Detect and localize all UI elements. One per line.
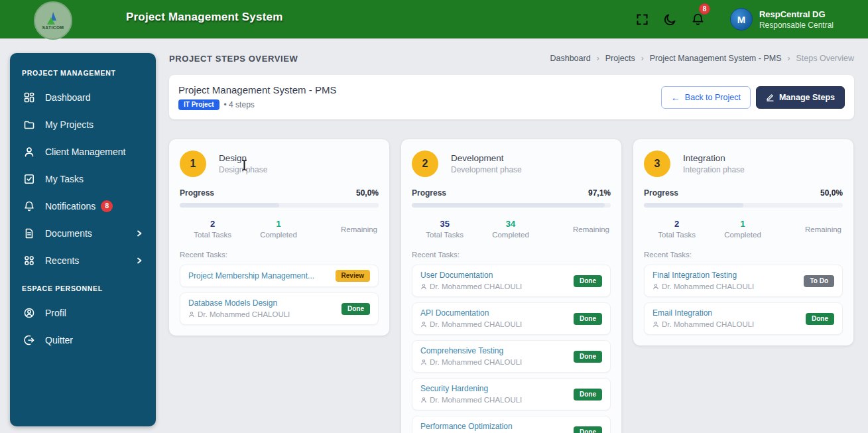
task-title: Project Membership Management... [188, 271, 314, 282]
sidebar-item-documents[interactable]: Documents [19, 219, 147, 247]
sidebar: PROJECT MANAGEMENT Dashboard My Projects… [10, 53, 156, 426]
progress-value: 50,0% [820, 188, 843, 198]
app-title: Project Management System [126, 11, 282, 24]
project-info: Project Management System - PMS IT Proje… [178, 84, 661, 110]
task-row[interactable]: Comprehensive Testing Dr. Mohammed CHALO… [412, 340, 611, 373]
sidebar-item-dashboard[interactable]: Dashboard [19, 84, 147, 111]
notification-count-badge: 8 [699, 3, 710, 15]
progress-bar-fill [412, 203, 605, 208]
task-row[interactable]: API Documentation Dr. Mohammed CHALOULI … [412, 302, 611, 335]
person-icon [420, 397, 427, 403]
status-badge: Done [574, 426, 602, 433]
back-to-project-label: Back to Project [685, 93, 741, 102]
task-list: Project Membership Management... Review … [180, 265, 379, 325]
manage-steps-label: Manage Steps [779, 93, 835, 102]
task-row[interactable]: Final Integration Testing Dr. Mohammed C… [644, 265, 843, 297]
task-row[interactable]: Database Models Design Dr. Mohammed CHAL… [180, 292, 379, 325]
status-badge: Done [574, 389, 602, 401]
sidebar-item-label: Recents [45, 255, 136, 266]
sidebar-item-label: My Tasks [45, 174, 143, 184]
step-card-integration: 3 Integration Integration phase Progress… [633, 139, 853, 345]
breadcrumb-project-pms[interactable]: Project Management System - PMS [650, 54, 782, 63]
fullscreen-button[interactable] [631, 7, 654, 31]
stat-completed: 34 Completed [477, 218, 543, 240]
task-list: Final Integration Testing Dr. Mohammed C… [644, 265, 843, 335]
sidebar-section-espace-personnel: ESPACE PERSONNEL [19, 274, 147, 299]
task-title: API Documentation [420, 308, 522, 319]
sidebar-item-my-tasks[interactable]: My Tasks [19, 165, 147, 192]
folder-icon [23, 119, 35, 131]
person-icon [652, 283, 659, 290]
person-icon [420, 321, 427, 328]
stat-remaining: Remaining [776, 224, 843, 235]
sidebar-item-label: Profil [45, 308, 143, 318]
user-menu[interactable]: M RespCentral DG Responsable Central [730, 8, 834, 31]
dark-mode-button[interactable] [658, 7, 682, 31]
progress-value: 97,1% [588, 188, 611, 198]
company-logo[interactable]: SATICOM [34, 1, 72, 40]
breadcrumb-separator-icon [787, 54, 790, 63]
moon-icon [663, 13, 677, 27]
breadcrumb-dashboard[interactable]: Dashboard [550, 54, 590, 63]
task-assignee: Dr. Mohammed CHALOULI [420, 395, 522, 405]
stat-total-tasks: 35 Total Tasks [412, 218, 477, 240]
notifications-button[interactable]: 8 [686, 7, 710, 31]
step-title: Integration [683, 153, 745, 164]
sidebar-item-profil[interactable]: Profil [19, 299, 147, 326]
recent-tasks-label: Recent Tasks: [412, 251, 611, 259]
status-badge: Done [806, 313, 834, 325]
fullscreen-icon [635, 13, 649, 27]
task-assignee: Dr. Mohammed CHALOULI [420, 281, 522, 292]
status-badge: Done [574, 313, 602, 325]
sidebar-item-label: Quitter [45, 335, 143, 345]
manage-steps-button[interactable]: Manage Steps [756, 86, 845, 109]
task-title: Email Integration [652, 308, 754, 319]
sidebar-item-recents[interactable]: Recents [19, 247, 147, 274]
project-header-card: Project Management System - PMS IT Proje… [169, 75, 854, 119]
task-row[interactable]: Project Membership Management... Review [180, 265, 379, 287]
step-number-badge: 3 [644, 151, 670, 177]
sidebar-item-label: Documents [45, 228, 136, 239]
back-to-project-button[interactable]: ← Back to Project [661, 86, 751, 109]
breadcrumb-separator-icon [597, 54, 599, 63]
sidebar-item-quitter[interactable]: Quitter [19, 326, 147, 353]
step-card-development: 2 Development Development phase Progress… [401, 139, 621, 433]
step-number-badge: 1 [180, 151, 206, 177]
stat-total-tasks: 2 Total Tasks [180, 218, 245, 240]
task-assignee: Dr. Mohammed CHALOULI [420, 319, 522, 330]
sidebar-item-label: Client Management [45, 147, 143, 157]
sidebar-item-label: Notifications [45, 201, 95, 212]
project-title: Project Management System - PMS [178, 84, 661, 95]
progress-bar [644, 203, 843, 208]
person-icon [420, 283, 427, 290]
sidebar-item-my-projects[interactable]: My Projects [19, 111, 147, 138]
person-icon [23, 146, 35, 158]
sidebar-item-label: My Projects [45, 119, 143, 130]
document-icon [23, 227, 35, 239]
status-badge: Review [336, 270, 370, 282]
logout-icon [23, 334, 35, 346]
breadcrumb-projects[interactable]: Projects [605, 54, 635, 63]
chevron-right-icon [136, 257, 143, 264]
user-name: RespCentral DG [759, 9, 834, 20]
task-row[interactable]: Performance Optimization Dr. Mohammed CH… [412, 416, 611, 433]
task-title: Performance Optimization [420, 421, 522, 432]
status-badge: To Do [804, 275, 834, 287]
dashboard-grid-icon [23, 92, 35, 103]
sidebar-item-client-management[interactable]: Client Management [19, 138, 147, 165]
stat-total-tasks: 2 Total Tasks [644, 218, 710, 240]
task-row[interactable]: Email Integration Dr. Mohammed CHALOULI … [644, 302, 843, 335]
progress-label: Progress [412, 188, 446, 198]
page-head: PROJECT STEPS OVERVIEW Dashboard Project… [169, 53, 854, 64]
task-assignee: Dr. Mohammed CHALOULI [652, 281, 754, 292]
task-assignee: Dr. Mohammed CHALOULI [188, 309, 290, 320]
progress-bar-fill [644, 203, 743, 208]
sidebar-item-notifications[interactable]: Notifications 8 [19, 192, 147, 219]
task-row[interactable]: Security Hardening Dr. Mohammed CHALOULI… [412, 378, 611, 410]
user-avatar: M [730, 8, 753, 31]
task-assignee: Dr. Mohammed CHALOULI [652, 319, 754, 330]
breadcrumb: Dashboard Projects Project Management Sy… [550, 54, 854, 63]
task-row[interactable]: User Documentation Dr. Mohammed CHALOULI… [412, 265, 611, 297]
status-badge: Done [574, 275, 602, 287]
person-icon [420, 359, 427, 365]
